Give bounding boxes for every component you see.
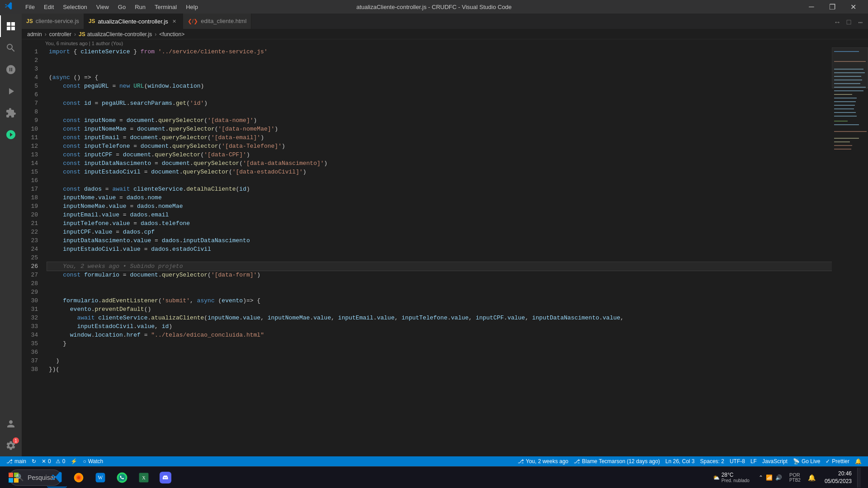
breadcrumb-function[interactable]: <function> [159, 31, 184, 38]
menu-go[interactable]: Go [114, 3, 129, 11]
more-options-icon[interactable]: ⋯ [856, 16, 864, 29]
status-golive[interactable]: 📡 Go Live [790, 456, 823, 466]
notif-icon: 🔔 [808, 474, 816, 481]
code-line: const inputEstadoCivil = document.queryS… [47, 168, 832, 176]
line-number: 18 [22, 193, 42, 202]
taskbar-firefox[interactable] [69, 468, 89, 488]
taskbar-discord[interactable] [156, 468, 175, 488]
menu-view[interactable]: View [93, 3, 113, 11]
menu-edit[interactable]: Edit [40, 3, 57, 11]
status-cursor[interactable]: Ln 26, Col 3 [663, 456, 698, 466]
line-number: 20 [22, 211, 42, 219]
menu-help[interactable]: Help [182, 3, 202, 11]
code-line [47, 348, 832, 357]
line-number: 7 [22, 99, 42, 108]
tab-close-button[interactable]: ✕ [171, 18, 178, 25]
line-number: 4 [22, 73, 42, 82]
activity-search[interactable] [0, 37, 22, 59]
code-line [47, 253, 832, 262]
line-number: 28 [22, 279, 42, 288]
code-line [47, 90, 832, 99]
code-line: } [47, 339, 832, 348]
line-number: 24 [22, 245, 42, 253]
tab-atualiza-controller[interactable]: JS atualizaCliente-controller.js ✕ [84, 14, 183, 29]
svg-rect-20 [834, 138, 859, 139]
notification-area[interactable]: 🔔 [804, 472, 819, 483]
blame-icon: ⎇ [574, 458, 580, 465]
activity-run[interactable] [0, 80, 22, 102]
code-line: const inputNomeMae = document.querySelec… [47, 125, 832, 133]
svg-rect-16 [834, 116, 857, 117]
line-number: 26 [22, 262, 42, 271]
weather-desc: Pred. nublado [722, 478, 750, 483]
toggle-panel-icon[interactable]: □ [845, 17, 853, 28]
svg-rect-12 [834, 101, 856, 102]
tab-label: cliente-service.js [36, 18, 79, 24]
activity-remote[interactable] [0, 124, 22, 145]
breadcrumb-admin[interactable]: admin [27, 31, 42, 38]
encoding-label: UTF-8 [730, 458, 745, 465]
close-button[interactable]: ✕ [843, 0, 863, 14]
menu-selection[interactable]: Selection [59, 3, 90, 11]
taskbar-vscode[interactable] [47, 468, 67, 488]
minimize-button[interactable]: ─ [801, 0, 822, 14]
taskbar-clock[interactable]: 20:46 05/05/2023 [821, 469, 855, 486]
taskbar-app3[interactable]: W [90, 468, 110, 488]
taskbar-search-container[interactable]: 🔍 Pesquisar [25, 468, 45, 488]
line-number: 22 [22, 228, 42, 236]
status-sync[interactable]: ↻ [29, 456, 39, 466]
status-git-blame[interactable]: ⎇ You, 2 weeks ago [515, 456, 571, 466]
menu-terminal[interactable]: Terminal [151, 3, 180, 11]
js-icon: JS [26, 18, 33, 24]
code-line [47, 176, 832, 185]
code-line: inputNome.value = dados.nome [47, 193, 832, 202]
status-errors[interactable]: ✕ 0 ⚠ 0 [39, 456, 68, 466]
activity-extensions[interactable] [0, 102, 22, 124]
code-line: You, 2 weeks ago • Subindo projeto [47, 262, 832, 271]
menu-file[interactable]: File [22, 3, 38, 11]
taskbar-sys-tray[interactable]: ⌃ 📶 🔊 [755, 473, 786, 483]
code-line: inputCPF.value = dados.cpf [47, 228, 832, 236]
status-prettier[interactable]: ✓ Prettier [823, 456, 852, 466]
status-watch[interactable]: ○ Watch [80, 456, 106, 466]
code-content: import { clienteService } from '../servi… [45, 47, 832, 456]
breadcrumb-file[interactable]: JS atualizaCliente-controller.js [79, 31, 152, 38]
html-icon: ❮/❯ [188, 18, 198, 24]
status-branch[interactable]: ⎇ main [4, 456, 29, 466]
activity-settings[interactable]: 1 [0, 435, 22, 456]
tab-edita-cliente[interactable]: ❮/❯ edita_cliente.html [183, 14, 252, 29]
language-indicator[interactable]: POR PTB2 [788, 471, 802, 483]
activity-git[interactable] [0, 59, 22, 80]
split-editor-icon[interactable]: ↔ [833, 17, 841, 28]
line-number: 34 [22, 331, 42, 339]
activity-account[interactable] [0, 413, 22, 435]
status-debug[interactable]: ⚡ [68, 456, 80, 466]
code-editor[interactable]: 1234567891011121314151617181920212223242… [22, 47, 868, 456]
breadcrumb-controller[interactable]: controller [49, 31, 71, 38]
taskbar-excel[interactable]: X [134, 468, 154, 488]
eol-label: LF [750, 458, 757, 465]
status-notifications[interactable]: 🔔 [852, 456, 864, 466]
restore-button[interactable]: ❐ [822, 0, 843, 14]
code-line: import { clienteService } from '../servi… [47, 47, 832, 56]
line-number: 12 [22, 142, 42, 150]
status-spaces[interactable]: Spaces: 2 [698, 456, 727, 466]
line-number: 32 [22, 314, 42, 322]
activity-explorer[interactable] [0, 15, 22, 37]
line-number: 21 [22, 219, 42, 228]
line-number: 5 [22, 82, 42, 90]
status-encoding[interactable]: UTF-8 [727, 456, 748, 466]
status-language[interactable]: JavaScript [760, 456, 790, 466]
status-blame-detail[interactable]: ⎇ Blame Tecmarson (12 days ago) [571, 456, 663, 466]
line-number: 8 [22, 108, 42, 116]
code-line: const formulario = document.querySelecto… [47, 271, 832, 279]
menu-run[interactable]: Run [131, 3, 149, 11]
code-line: const pegaURL = new URL(window.location) [47, 82, 832, 90]
taskbar-whatsapp[interactable] [112, 468, 132, 488]
code-line: ) [47, 357, 832, 365]
line-number: 19 [22, 202, 42, 211]
status-eol[interactable]: LF [748, 456, 760, 466]
show-desktop-button[interactable] [857, 468, 861, 488]
taskbar-weather[interactable]: ⛅ 28°C Pred. nublado [709, 471, 753, 484]
tab-cliente-service[interactable]: JS cliente-service.js [22, 14, 84, 29]
